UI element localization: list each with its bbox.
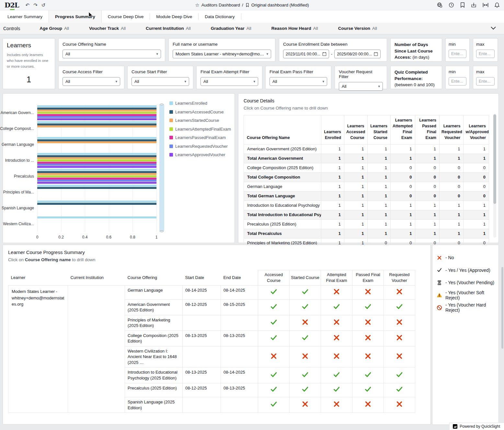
fit-width-icon[interactable] — [483, 3, 488, 7]
bar-LearnersEnrolled[interactable] — [37, 137, 156, 139]
control-voucher-track[interactable]: Voucher TrackAll — [89, 26, 126, 31]
bar-LearnersPassedFinalExam[interactable] — [37, 178, 156, 180]
course-offering-name-cell[interactable]: German Language — [244, 182, 321, 191]
course-offering-name-cell[interactable]: American Government (2025 Edition) — [244, 144, 321, 154]
bar-LearnersStartedCourse[interactable] — [37, 110, 156, 111]
legend-item-LearnersRequestedVoucher[interactable]: LearnersRequestedVoucher — [169, 144, 231, 149]
days-min-input[interactable]: Ente... — [449, 50, 466, 58]
legend-item-LearnersAccessedCourse[interactable]: LearnersAccessedCourse — [169, 110, 231, 114]
reset-icon[interactable]: ↺ — [41, 2, 46, 8]
bar-LearnersAttemptedFinalExam[interactable] — [37, 175, 156, 177]
bar-LearnersEnrolled[interactable] — [37, 121, 156, 123]
bar-LearnersAccessedCourse[interactable] — [37, 139, 156, 141]
tab-progress-summary[interactable]: Progress Summary — [49, 10, 102, 23]
control-current-institution[interactable]: Current InstitutionAll — [146, 26, 191, 31]
course-offering-cell[interactable]: College Composition (2025 Edition) — [125, 331, 183, 346]
voucher-request-dropdown[interactable]: All▾ — [339, 82, 383, 91]
bar-LearnersAttemptedFinalExam[interactable] — [37, 112, 156, 114]
undo-icon[interactable]: ↶ — [26, 2, 30, 8]
bar-LearnersEnrolled[interactable] — [37, 185, 156, 187]
bar-LearnersAccessedCourse[interactable] — [37, 108, 156, 110]
course-offering-name-cell[interactable]: Precalculus (2025 Edition) — [244, 219, 321, 229]
bar-LearnersAccessedCourse[interactable] — [37, 123, 156, 125]
breadcrumb-title: Auditors Dashboard — [201, 3, 240, 7]
publish-schedule-icon[interactable] — [437, 2, 442, 8]
chevron-down-icon[interactable] — [490, 26, 496, 31]
start-date-cell: 08-13-2025 — [183, 331, 221, 346]
page-scrollbar[interactable] — [501, 267, 503, 349]
control-course-version[interactable]: Course VersionAll — [338, 26, 377, 31]
bar-LearnersEnrolled[interactable] — [37, 105, 156, 107]
bar-LearnersEnrolled[interactable] — [37, 216, 156, 218]
bar-LearnersPassedFinalExam[interactable] — [37, 114, 156, 116]
bar-LearnersStartedCourse[interactable] — [37, 173, 156, 175]
final-exam-attempt-dropdown[interactable]: All▾ — [200, 77, 258, 86]
bar-LearnersApprovedVoucher[interactable] — [37, 166, 156, 168]
control-reason-how-heard[interactable]: Reason How HeardAll — [271, 26, 318, 31]
bar-LearnersStartedCourse[interactable] — [37, 141, 156, 143]
course-offering-cell[interactable]: Western Civilization I: Ancient Near Eas… — [125, 346, 183, 367]
bar-LearnersRequestedVoucher[interactable] — [37, 164, 156, 166]
legend-item-LearnersEnrolled[interactable]: LearnersEnrolled — [169, 101, 231, 106]
export-icon[interactable] — [471, 2, 476, 8]
chart-scrollbar[interactable] — [159, 103, 164, 232]
bar-LearnersEnrolled[interactable] — [37, 169, 156, 171]
history-clock-icon[interactable] — [449, 2, 454, 8]
tab-data-dictionary[interactable]: Data Dictionary — [199, 10, 241, 23]
bookmark-icon[interactable] — [460, 2, 465, 8]
quiz-max-input[interactable]: Ente... — [476, 77, 495, 86]
days-max-input[interactable]: Ente... — [476, 50, 495, 58]
course-offering-name-cell[interactable]: College Composition (2025 Edition) — [244, 163, 321, 172]
legend-item-LearnersApprovedVoucher[interactable]: LearnersApprovedVoucher — [169, 152, 231, 157]
redo-icon[interactable]: ↷ — [33, 2, 38, 8]
course-access-dropdown[interactable]: All▾ — [63, 77, 120, 86]
notifications-bell-icon[interactable] — [495, 2, 499, 8]
tab-course-deep-dive[interactable]: Course Deep Dive — [102, 10, 150, 23]
legend-item-LearnersPassedFinalExam[interactable]: LearnersPassedFinalExam — [169, 135, 231, 140]
course-start-dropdown[interactable]: All▾ — [132, 77, 189, 86]
course-offering-name-dropdown[interactable]: All▾ — [63, 50, 161, 58]
learners-description: Includes only learners who have enrolled… — [7, 52, 51, 69]
powered-by-quicksight[interactable]: Powered by QuickSight — [449, 423, 504, 430]
quiz-min-input[interactable]: Ente... — [449, 77, 466, 86]
course-row: German Language1110000 — [244, 182, 489, 191]
bar-LearnersStartedCourse[interactable] — [37, 157, 156, 159]
bar-LearnersPassedFinalExam[interactable] — [37, 162, 156, 164]
legend-item-LearnersStartedCourse[interactable]: LearnersStartedCourse — [169, 118, 231, 123]
bar-LearnersEnrolled[interactable] — [37, 201, 156, 203]
tab-module-deep-dive[interactable]: Module Deep Dive — [150, 10, 198, 23]
bar-LearnersEnrolled[interactable] — [37, 153, 156, 155]
course-offering-cell[interactable]: Spanish Language (2025 Edition) — [125, 397, 183, 413]
legend-item-LearnersAttemptedFinalExam[interactable]: LearnersAttemptedFinalExam — [169, 127, 231, 132]
full-name-dropdown[interactable]: Modern States Learner - whitney+demo@mod… — [173, 50, 271, 58]
course-offering-cell[interactable]: American Government (2025 Edition) — [125, 299, 183, 315]
enrollment-date-from-input[interactable]: 2023/11/01 00:00... — [283, 50, 329, 58]
course-offering-cell[interactable]: Introduction to Educational Psychology (… — [125, 367, 183, 383]
chart-scrollbar-handle-top[interactable] — [160, 104, 164, 105]
course-offering-name-cell: Total Precalculus — [244, 229, 321, 238]
bar-LearnersApprovedVoucher[interactable] — [37, 118, 156, 120]
bar-LearnersAccessedCourse[interactable] — [37, 171, 156, 173]
control-age-group[interactable]: Age GroupAll — [40, 26, 69, 31]
bar-LearnersAccessedCourse[interactable] — [37, 187, 156, 189]
bar-LearnersApprovedVoucher[interactable] — [37, 182, 156, 184]
tab-learner-summary[interactable]: Learner Summary — [1, 10, 49, 23]
bar-LearnersRequestedVoucher[interactable] — [37, 180, 156, 181]
bar-LearnersStartedCourse[interactable] — [37, 125, 156, 127]
course-offering-name-cell[interactable]: Introduction to Educational Psychology (… — [244, 201, 321, 210]
bar-LearnersRequestedVoucher[interactable] — [37, 116, 156, 118]
enrollment-date-to-input[interactable]: 2025/08/20 00:00... — [334, 50, 381, 58]
bar-LearnersAccessedCourse[interactable] — [37, 203, 156, 205]
course-offering-cell[interactable]: Principles of Marketing (2025 Edition) — [125, 315, 183, 331]
final-exam-pass-dropdown[interactable]: All▾ — [269, 77, 327, 86]
table-scrollbar-thumb[interactable] — [493, 114, 496, 204]
bar-LearnersAttemptedFinalExam[interactable] — [37, 159, 156, 161]
chart-scrollbar-handle-bottom[interactable] — [160, 230, 164, 232]
course-offering-cell[interactable]: German Language — [125, 285, 183, 300]
value-cell: 1 — [344, 191, 367, 201]
bar-LearnersAccessedCourse[interactable] — [37, 155, 156, 157]
control-graduation-year[interactable]: Graduation YearAll — [211, 26, 251, 31]
course-offering-cell[interactable]: Precalculus (2025 Edition) — [125, 383, 183, 397]
chart-category-label: Principles of Ma... — [4, 184, 37, 200]
star-icon[interactable]: ☆ — [195, 2, 199, 8]
